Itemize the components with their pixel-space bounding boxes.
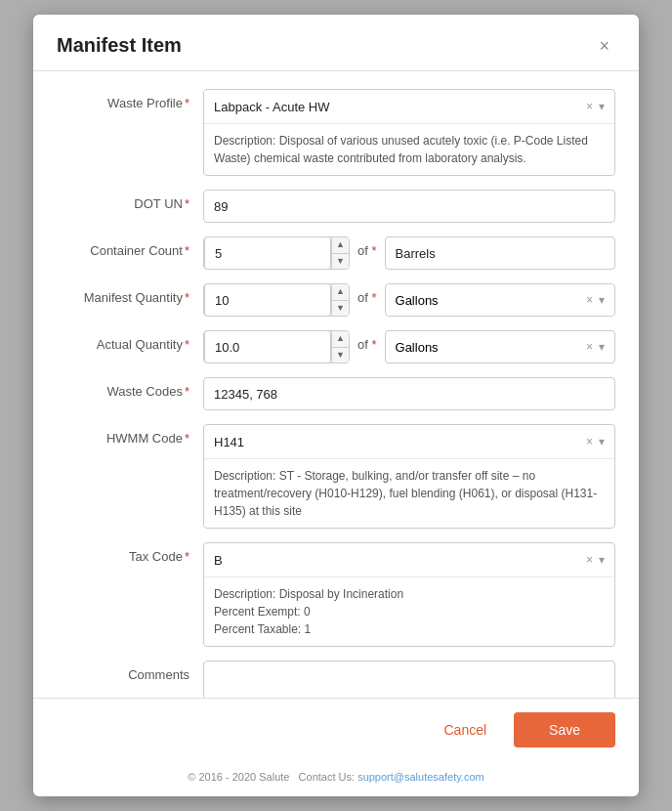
dot-un-row: DOT UN* [57,190,615,223]
container-count-row: Container Count* ▲ ▼ of * [57,236,615,270]
waste-codes-input[interactable] [203,377,615,410]
manifest-unit-chevron-icon: ▾ [599,293,605,307]
container-count-control: ▲ ▼ of * [203,236,615,270]
modal-header: Manifest Item × [33,15,639,71]
modal-title: Manifest Item [57,34,182,57]
tax-code-select-box[interactable]: B × ▾ Description: Disposal by Incinerat… [203,542,615,647]
actual-unit-value: Gallons [396,340,439,355]
hwmm-clear-icon[interactable]: × [586,435,593,448]
comments-row: Comments [57,661,615,698]
close-button[interactable]: × [593,35,615,57]
tax-code-label: Tax Code* [57,542,203,564]
waste-profile-row: Waste Profile* Labpack - Acute HW × ▾ De… [57,89,615,176]
container-count-input[interactable] [204,236,331,270]
tax-chevron-icon: ▾ [599,553,605,567]
actual-of-label: of * [357,330,377,352]
modal-overlay: Manifest Item × Waste Profile* Labpack -… [0,0,672,811]
tax-code-description: Description: Disposal by Incineration Pe… [204,576,614,646]
container-unit-select [385,236,615,270]
manifest-of-label: of * [357,283,377,305]
waste-profile-select-box[interactable]: Labpack - Acute HW × ▾ Description: Disp… [203,89,615,176]
actual-quantity-row: Actual Quantity* ▲ ▼ of * [57,330,615,363]
manifest-quantity-up[interactable]: ▲ [332,284,349,301]
manifest-quantity-control: ▲ ▼ of * Gallons × ▾ [203,283,615,317]
manifest-quantity-down[interactable]: ▼ [332,301,349,317]
comments-control [203,661,615,698]
manifest-item-modal: Manifest Item × Waste Profile* Labpack -… [33,15,639,796]
hwmm-code-label: HWMM Code* [57,424,203,446]
footer-contact-label: Contact Us: [299,771,355,783]
tax-code-value: B [214,553,223,568]
hwmm-chevron-icon: ▾ [599,435,605,448]
hwmm-code-value: H141 [214,435,244,449]
waste-profile-description: Description: Disposal of various unused … [204,123,614,175]
footer-contact-email[interactable]: support@salutesafety.com [357,771,484,783]
clear-icon[interactable]: × [586,100,593,113]
tax-code-control: B × ▾ Description: Disposal by Incinerat… [203,542,615,647]
waste-profile-control: Labpack - Acute HW × ▾ Description: Disp… [203,89,615,176]
actual-quantity-label: Actual Quantity* [57,330,203,352]
actual-unit-select-box[interactable]: Gallons × ▾ [385,330,615,363]
container-count-label: Container Count* [57,236,203,258]
manifest-quantity-row: Manifest Quantity* ▲ ▼ of * [57,283,615,317]
footer-text: © 2016 - 2020 Salute [188,771,289,783]
actual-unit-chevron-icon: ▾ [599,340,605,354]
waste-codes-label: Waste Codes* [57,377,203,399]
modal-footer: Cancel Save [33,698,639,761]
actual-quantity-input[interactable] [204,330,331,363]
dot-un-label: DOT UN* [57,190,203,211]
waste-codes-row: Waste Codes* [57,377,615,410]
chevron-down-icon: ▾ [599,100,605,113]
manifest-quantity-input[interactable] [204,283,331,317]
actual-quantity-control: ▲ ▼ of * Gallons × ▾ [203,330,615,363]
manifest-unit-select-box[interactable]: Gallons × ▾ [385,283,615,317]
container-unit-input[interactable] [385,236,615,270]
modal-body: Waste Profile* Labpack - Acute HW × ▾ De… [33,71,639,698]
tax-code-row: Tax Code* B × ▾ Description: Disposal by… [57,542,615,647]
dot-un-input[interactable] [203,190,615,223]
actual-quantity-down[interactable]: ▼ [332,348,349,363]
manifest-quantity-label: Manifest Quantity* [57,283,203,305]
waste-profile-value: Labpack - Acute HW [214,100,330,114]
footer-info: © 2016 - 2020 Salute Contact Us: support… [33,761,639,796]
container-count-spinner[interactable]: ▲ ▼ [203,236,350,270]
cancel-button[interactable]: Cancel [428,714,502,746]
tax-clear-icon[interactable]: × [586,553,593,567]
dot-un-control [203,190,615,223]
actual-unit-clear-icon[interactable]: × [586,340,593,354]
container-count-up[interactable]: ▲ [332,237,349,254]
save-button[interactable]: Save [514,712,615,747]
manifest-unit-clear-icon[interactable]: × [586,293,593,307]
waste-profile-label: Waste Profile* [57,89,203,110]
hwmm-code-select-box[interactable]: H141 × ▾ Description: ST - Storage, bulk… [203,424,615,529]
actual-quantity-up[interactable]: ▲ [332,331,349,348]
hwmm-code-description: Description: ST - Storage, bulking, and/… [204,458,614,528]
hwmm-code-control: H141 × ▾ Description: ST - Storage, bulk… [203,424,615,529]
actual-quantity-spinner[interactable]: ▲ ▼ [203,330,350,363]
comments-textarea[interactable] [203,661,615,698]
hwmm-code-row: HWMM Code* H141 × ▾ Description: ST - St… [57,424,615,529]
container-count-down[interactable]: ▼ [332,254,349,270]
comments-label: Comments [57,661,203,682]
waste-codes-control [203,377,615,410]
manifest-quantity-spinner[interactable]: ▲ ▼ [203,283,350,317]
container-of-label: of * [357,236,377,258]
manifest-unit-value: Gallons [396,293,439,308]
